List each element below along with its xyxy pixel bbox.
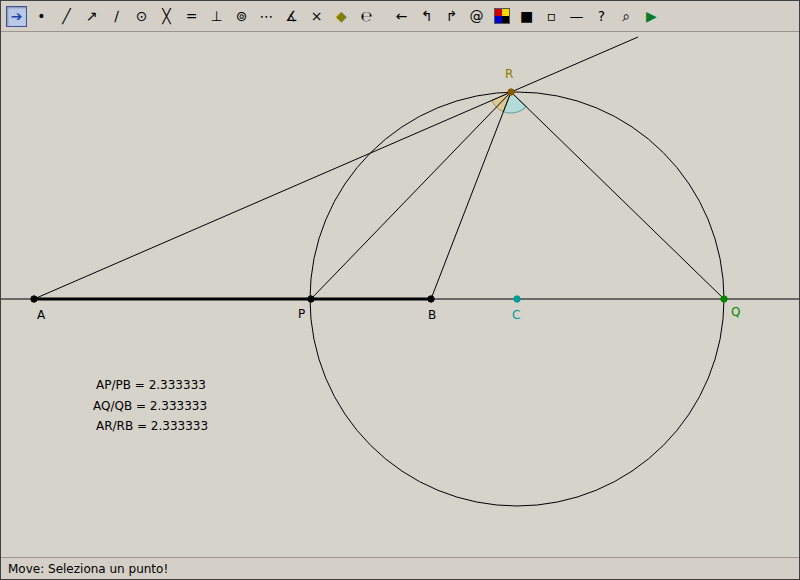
- color-swatch: [495, 16, 502, 23]
- point-label-P: P: [298, 307, 305, 321]
- parallel-tool[interactable]: =: [181, 6, 202, 27]
- ray-tool[interactable]: ↗: [81, 6, 102, 27]
- polygon-tool[interactable]: ◆: [331, 6, 352, 27]
- line-style-icon: —: [570, 9, 584, 23]
- angle-icon: ∡: [285, 9, 298, 23]
- geometry-canvas[interactable]: APBCQRAP/PB = 2.333333AQ/QB = 2.333333AR…: [1, 1, 800, 580]
- expression-icon: ℮: [361, 9, 373, 23]
- parallel-icon: =: [186, 9, 198, 23]
- point-icon: •: [37, 9, 45, 23]
- status-bar: Move: Seleziona un punto!: [1, 557, 799, 579]
- expression-tool[interactable]: ℮: [356, 6, 377, 27]
- point-Q[interactable]: [721, 296, 727, 302]
- point-style-icon: ▫: [547, 9, 557, 23]
- color-swatch: [495, 9, 502, 16]
- fixed-circle-icon: ⊚: [236, 9, 248, 23]
- segment-RQ[interactable]: [511, 92, 724, 299]
- line-style-tool[interactable]: —: [566, 6, 587, 27]
- point-label-C: C: [512, 308, 520, 322]
- help-icon: ?: [598, 9, 605, 23]
- hide-object-icon: ×: [311, 9, 323, 23]
- run-animation-icon: ▶: [646, 9, 657, 23]
- segment-tool[interactable]: ∕: [106, 6, 127, 27]
- comment-tool[interactable]: @: [466, 6, 487, 27]
- macro-run-tool[interactable]: ↱: [441, 6, 462, 27]
- more-tools-icon: ⋯: [260, 9, 274, 23]
- undo-icon: ←: [396, 9, 408, 23]
- move-tool[interactable]: ➔: [6, 6, 27, 27]
- circle-icon: ⊙: [136, 9, 148, 23]
- segment-RP[interactable]: [311, 92, 511, 299]
- app-window: APBCQRAP/PB = 2.333333AQ/QB = 2.333333AR…: [0, 0, 800, 580]
- point-R[interactable]: [508, 89, 514, 95]
- undo-tool[interactable]: ←: [391, 6, 412, 27]
- toolbar: ➔•╱↗∕⊙╳=⊥⊚⋯∡×◆℮←↰↱@■▫—?⌕▶: [1, 1, 799, 32]
- comment-icon: @: [470, 9, 484, 23]
- point-tool[interactable]: •: [31, 6, 52, 27]
- measurement-text-1: AQ/QB = 2.333333: [93, 399, 207, 413]
- point-B[interactable]: [428, 296, 434, 302]
- perpendicular-icon: ⊥: [210, 9, 222, 23]
- point-C[interactable]: [514, 296, 520, 302]
- more-tools-tool[interactable]: ⋯: [256, 6, 277, 27]
- move-icon: ➔: [11, 9, 23, 23]
- run-animation-tool[interactable]: ▶: [641, 6, 662, 27]
- segment-RB[interactable]: [431, 92, 511, 299]
- ray-A-through-R[interactable]: [34, 37, 638, 299]
- intersection-tool[interactable]: ╳: [156, 6, 177, 27]
- macro-record-icon: ↰: [421, 9, 433, 23]
- line-icon: ╱: [62, 9, 70, 23]
- macro-run-icon: ↱: [446, 9, 458, 23]
- circle-tool[interactable]: ⊙: [131, 6, 152, 27]
- measurement-text-0: AP/PB = 2.333333: [96, 378, 206, 392]
- point-label-R: R: [505, 67, 513, 81]
- zoom-tool[interactable]: ⌕: [616, 6, 637, 27]
- zoom-icon: ⌕: [623, 9, 631, 23]
- measurement-text-2: AR/RB = 2.333333: [96, 419, 208, 433]
- angle-tool[interactable]: ∡: [281, 6, 302, 27]
- point-A[interactable]: [31, 296, 37, 302]
- point-P[interactable]: [308, 296, 314, 302]
- color-black-icon: ■: [520, 9, 533, 23]
- point-label-Q: Q: [731, 305, 740, 319]
- color-black-tool[interactable]: ■: [516, 6, 537, 27]
- point-label-A: A: [37, 308, 46, 322]
- macro-record-tool[interactable]: ↰: [416, 6, 437, 27]
- perpendicular-tool[interactable]: ⊥: [206, 6, 227, 27]
- color-palette-icon: [494, 8, 510, 24]
- point-label-B: B: [428, 308, 436, 322]
- help-tool[interactable]: ?: [591, 6, 612, 27]
- polygon-icon: ◆: [336, 9, 347, 23]
- line-tool[interactable]: ╱: [56, 6, 77, 27]
- intersection-icon: ╳: [162, 9, 170, 23]
- hide-object-tool[interactable]: ×: [306, 6, 327, 27]
- status-text: Move: Seleziona un punto!: [8, 562, 168, 576]
- color-swatch: [502, 9, 509, 16]
- color-palette-tool[interactable]: [491, 6, 512, 27]
- point-style-tool[interactable]: ▫: [541, 6, 562, 27]
- fixed-circle-tool[interactable]: ⊚: [231, 6, 252, 27]
- ray-icon: ↗: [86, 9, 98, 23]
- segment-icon: ∕: [114, 9, 119, 23]
- color-swatch: [502, 16, 509, 23]
